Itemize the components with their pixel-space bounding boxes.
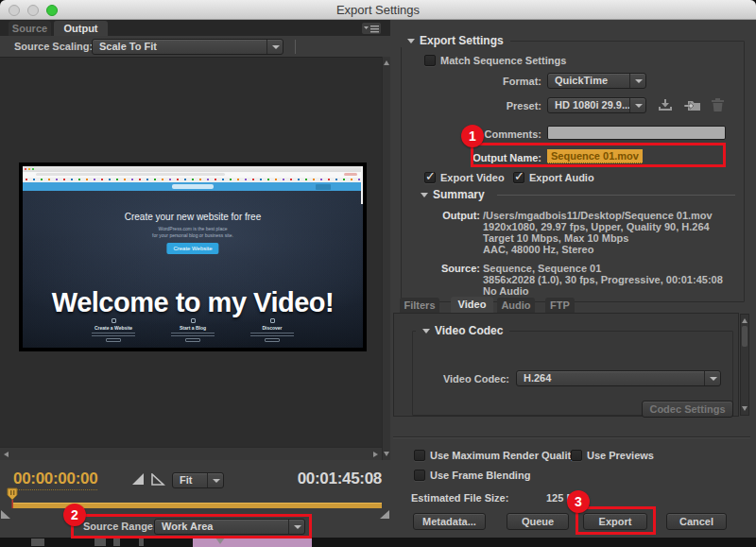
annotation-step-2: 2 xyxy=(63,504,86,526)
export-settings-dialog: Export Settings Source Output Source Sca… xyxy=(0,0,756,538)
set-in-point-icon xyxy=(132,473,144,485)
tab-audio[interactable]: Audio xyxy=(497,298,535,313)
preset-dropdown[interactable]: HD 1080i 29.9... xyxy=(547,97,646,113)
annotation-box-1 xyxy=(471,143,726,167)
annotation-box-3 xyxy=(576,506,656,535)
video-codec-label: Video Codec: xyxy=(420,373,509,385)
scroll-down-icon[interactable] xyxy=(742,406,747,411)
divider xyxy=(497,195,735,196)
background-marker-icon xyxy=(215,538,225,544)
file-size-label: Estimated File Size: xyxy=(411,492,508,504)
preview-headline: Create your new website for free xyxy=(23,212,363,222)
preview-vertical-scrollbar[interactable] xyxy=(382,57,390,460)
preview-subline-1: WordPress.com is the best place xyxy=(23,226,363,231)
summary-source-label: Source: xyxy=(410,263,480,274)
preview-cta-button: Create Website xyxy=(166,243,218,254)
metadata-button[interactable]: Metadata... xyxy=(413,513,486,530)
video-codec-header: Video Codec xyxy=(416,324,509,337)
scroll-right-icon[interactable] xyxy=(373,452,378,457)
summary-output-line: AAC, 48000 Hz, Stereo xyxy=(483,244,713,255)
preview-tab-bar: Source Output xyxy=(0,20,390,36)
annotation-box-2 xyxy=(71,514,312,538)
scroll-up-icon[interactable] xyxy=(742,318,747,323)
collapse-triangle-icon[interactable] xyxy=(407,39,415,43)
preview-feature-2: Start a Blog xyxy=(165,325,220,331)
chevron-down-icon xyxy=(629,98,645,112)
video-content: Create your new website for free WordPre… xyxy=(23,166,363,348)
video-codec-dropdown[interactable]: H.264 xyxy=(516,370,721,386)
collapse-triangle-icon[interactable] xyxy=(422,329,430,333)
current-timecode[interactable]: 00:00:00:00 xyxy=(13,470,97,490)
match-sequence-checkbox[interactable] xyxy=(424,55,436,66)
window-title: Export Settings xyxy=(0,3,756,17)
export-audio-label: Export Audio xyxy=(529,172,594,183)
preset-label: Preset: xyxy=(410,100,541,111)
import-preset-icon[interactable] xyxy=(684,99,701,111)
summary-source-line: No Audio xyxy=(483,285,723,297)
summary-output-line: /Users/mgadbois11/Desktop/Sequence 01.mo… xyxy=(483,210,713,221)
chevron-down-icon xyxy=(704,371,720,385)
source-scaling-dropdown[interactable]: Scale To Fit xyxy=(92,39,284,55)
max-render-quality-label: Use Maximum Render Quality xyxy=(430,450,576,461)
chevron-down-icon xyxy=(629,74,645,88)
delete-preset-icon[interactable] xyxy=(712,98,724,111)
zoom-fit-dropdown[interactable]: Fit xyxy=(172,472,224,488)
summary-source-line: 3856x2028 (1.0), 30 fps, Progressive, 00… xyxy=(483,274,723,285)
collapse-triangle-icon[interactable] xyxy=(421,193,428,197)
preview-subline-2: for your personal blog or business site. xyxy=(23,232,363,238)
format-dropdown[interactable]: QuickTime xyxy=(547,73,646,89)
tab-video[interactable]: Video xyxy=(451,297,493,313)
preview-viewport: Create your new website for free WordPre… xyxy=(0,57,382,460)
transport-area: 00:00:00:00 Fit 00:01:45:08 xyxy=(0,460,390,538)
source-scaling-label: Source Scaling: xyxy=(14,41,93,52)
comments-field[interactable] xyxy=(547,126,726,140)
frame-blending-checkbox[interactable] xyxy=(414,470,425,481)
divider xyxy=(295,40,296,54)
preview-overlay-title: Welcome to my Video! xyxy=(23,287,363,318)
chevron-down-icon xyxy=(207,473,223,487)
save-preset-icon[interactable] xyxy=(658,99,673,111)
set-out-point-icon xyxy=(152,474,163,485)
title-bar: Export Settings xyxy=(0,0,756,20)
use-previews-checkbox[interactable] xyxy=(571,450,582,461)
use-previews-label: Use Previews xyxy=(587,450,654,461)
export-video-checkbox[interactable] xyxy=(424,172,436,183)
scrollbar-thumb[interactable] xyxy=(742,326,747,347)
tab-output[interactable]: Output xyxy=(54,21,108,36)
timeline-left-handle[interactable] xyxy=(1,510,10,519)
preview-horizontal-scrollbar[interactable] xyxy=(0,447,382,460)
tab-filters[interactable]: Filters xyxy=(400,298,439,313)
summary-output-line: 1920x1080, 29.97 fps, Upper, Quality 90,… xyxy=(483,221,713,232)
video-frame: Create your new website for free WordPre… xyxy=(19,162,367,351)
tab-source[interactable]: Source xyxy=(9,21,51,36)
preview-feature-1: Create a Website xyxy=(86,325,141,331)
format-label: Format: xyxy=(410,76,541,87)
scroll-up-icon[interactable] xyxy=(384,60,389,65)
source-scaling-row: Source Scaling: Scale To Fit xyxy=(0,36,390,57)
panel-menu-icon[interactable] xyxy=(362,23,381,34)
tab-ftp[interactable]: FTP xyxy=(545,298,575,313)
frame-blending-label: Use Frame Blending xyxy=(430,470,530,481)
settings-panel: Export Settings Match Sequence Settings … xyxy=(391,20,756,538)
preview-feature-3: Discover xyxy=(245,325,300,331)
match-sequence-label: Match Sequence Settings xyxy=(440,55,566,66)
duration-timecode: 00:01:45:08 xyxy=(298,470,382,488)
annotation-step-3: 3 xyxy=(567,490,590,513)
queue-button[interactable]: Queue xyxy=(507,513,569,530)
background-clip xyxy=(193,538,312,547)
summary-output-label: Output: xyxy=(410,210,480,221)
max-render-quality-checkbox[interactable] xyxy=(414,450,425,461)
scroll-left-icon[interactable] xyxy=(4,452,9,457)
timeline-right-handle[interactable] xyxy=(380,510,389,519)
export-audio-checkbox[interactable] xyxy=(513,172,524,183)
annotation-step-1: 1 xyxy=(461,125,484,147)
in-out-point-icons[interactable] xyxy=(131,473,165,486)
scroll-down-icon[interactable] xyxy=(384,452,389,456)
cancel-button[interactable]: Cancel xyxy=(666,513,727,530)
codec-settings-button[interactable]: Codec Settings xyxy=(642,401,733,418)
summary-source-line: Sequence, Sequence 01 xyxy=(483,263,723,274)
divider xyxy=(393,436,750,437)
tab-panel-scrollbar[interactable] xyxy=(740,314,749,416)
export-settings-header: Export Settings xyxy=(401,34,510,47)
summary-output-line: Target 10 Mbps, Max 10 Mbps xyxy=(483,232,713,244)
